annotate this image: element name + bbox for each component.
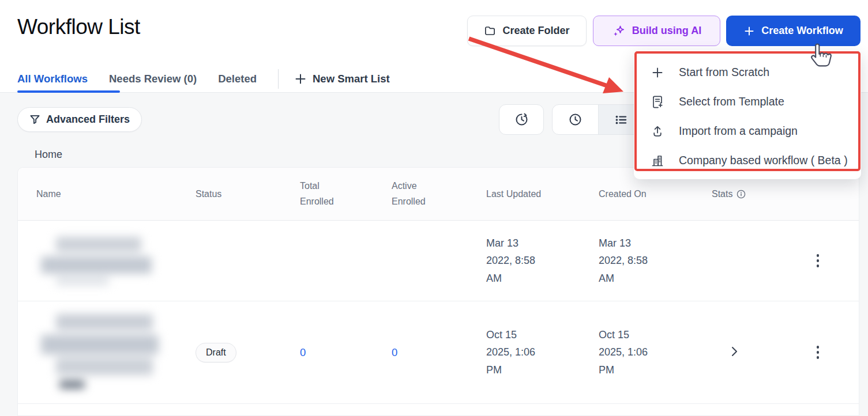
stats-label: Stats <box>712 189 732 199</box>
workflow-table: Name Status Total Enrolled Active Enroll… <box>17 167 859 416</box>
menu-item-company-based-workflow[interactable]: Company based workflow ( Beta ) <box>634 146 861 175</box>
menu-item-start-from-scratch[interactable]: Start from Scratch <box>634 58 861 87</box>
create-workflow-menu: Start from Scratch Select from Template <box>634 50 861 179</box>
advanced-filters-button[interactable]: Advanced Filters <box>17 107 142 132</box>
actions-cell <box>768 342 859 362</box>
actions-cell <box>768 251 859 271</box>
create-folder-label: Create Folder <box>502 25 569 37</box>
new-smart-list-label: New Smart List <box>313 73 390 85</box>
menu-item-select-from-template[interactable]: Select from Template <box>634 87 861 116</box>
upload-icon <box>651 124 664 138</box>
table-row[interactable]: Mar 13 2022, 8:58 AM Mar 13 2022, 8:58 A… <box>18 221 859 301</box>
list-view-icon <box>614 112 629 127</box>
column-header-status[interactable]: Status <box>185 189 289 199</box>
plus-icon <box>651 66 664 80</box>
created-on-cell: Oct 15 2025, 1:06 PM <box>586 326 698 379</box>
column-header-last-updated[interactable]: Last Updated <box>474 189 586 199</box>
created-on-cell: Mar 13 2022, 8:58 AM <box>586 235 698 287</box>
advanced-filters-label: Advanced Filters <box>46 114 130 126</box>
schedule-view-button[interactable] <box>553 105 598 134</box>
workflow-name-redacted <box>18 233 185 289</box>
last-updated-cell: Mar 13 2022, 8:58 AM <box>474 235 586 287</box>
tab-needs-review[interactable]: Needs Review (0) <box>109 73 197 85</box>
plus-icon <box>294 73 307 85</box>
build-using-ai-label: Build using AI <box>632 25 701 37</box>
view-toggle <box>552 104 644 135</box>
last-updated-cell: Oct 15 2025, 1:06 PM <box>474 326 586 379</box>
template-icon <box>651 95 664 109</box>
tab-all-workflows[interactable]: All Workflows <box>17 73 88 85</box>
active-enrolled-cell: 0 <box>381 346 474 359</box>
total-enrolled-cell: 0 <box>289 346 381 359</box>
column-header-stats[interactable]: Stats <box>698 189 768 199</box>
page-title: Workflow List <box>17 15 140 39</box>
history-view-button[interactable] <box>499 104 544 135</box>
workflow-list-page: Workflow List Create Folder Build using … <box>0 0 868 416</box>
workflow-name-redacted <box>18 314 185 391</box>
active-tab-underline <box>17 90 120 93</box>
clock-icon <box>568 112 583 127</box>
redacted-name-blur <box>36 314 175 391</box>
chevron-right-icon[interactable] <box>731 346 738 357</box>
column-header-active-enrolled[interactable]: Active Enrolled <box>381 179 474 209</box>
folder-icon <box>484 25 496 37</box>
tab-divider <box>278 69 279 89</box>
column-header-created-on[interactable]: Created On <box>586 189 698 199</box>
create-workflow-label: Create Workflow <box>761 25 843 37</box>
active-enrolled-link[interactable]: 0 <box>392 346 397 358</box>
row-menu-icon[interactable] <box>811 251 824 271</box>
new-smart-list-button[interactable]: New Smart List <box>294 73 390 85</box>
create-workflow-button[interactable]: Create Workflow <box>726 16 861 46</box>
sparkles-icon <box>612 24 626 38</box>
menu-item-import-from-campaign[interactable]: Import from a campaign <box>634 116 861 146</box>
build-using-ai-button[interactable]: Build using AI <box>593 16 720 46</box>
company-icon <box>651 154 664 168</box>
table-row[interactable]: Draft 0 0 Oct 15 2025, 1:06 PM Oct 15 20… <box>18 301 859 404</box>
row-menu-icon[interactable] <box>811 342 824 362</box>
column-header-name[interactable]: Name <box>18 189 185 199</box>
status-badge: Draft <box>196 343 236 362</box>
redacted-name-blur <box>36 233 169 289</box>
breadcrumb-home[interactable]: Home <box>35 149 62 161</box>
column-header-total-enrolled[interactable]: Total Enrolled <box>289 179 381 209</box>
info-icon[interactable] <box>737 190 746 199</box>
tab-deleted[interactable]: Deleted <box>218 73 257 85</box>
stats-cell <box>698 346 768 359</box>
history-icon <box>514 112 529 127</box>
total-enrolled-link[interactable]: 0 <box>300 346 306 358</box>
create-folder-button[interactable]: Create Folder <box>467 16 587 46</box>
tab-bar: All Workflows Needs Review (0) Deleted N… <box>17 65 390 93</box>
funnel-icon <box>29 114 40 125</box>
plus-icon <box>743 25 755 37</box>
status-cell: Draft <box>185 343 289 362</box>
